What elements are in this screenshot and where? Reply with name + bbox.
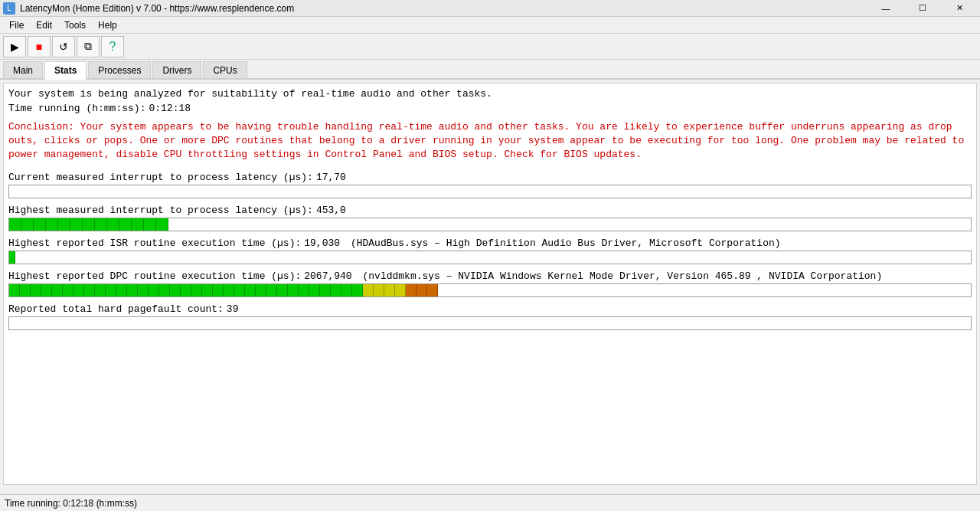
close-button[interactable]: ✕	[942, 0, 977, 17]
metric-label-row: Highest reported ISR routine execution t…	[8, 237, 972, 249]
metric-label-row: Reported total hard pagefault count: 39	[8, 303, 972, 315]
play-button[interactable]: ▶	[3, 36, 26, 57]
metric-value: 39	[227, 303, 239, 315]
metric-label: Highest reported DPC routine execution t…	[8, 270, 301, 282]
metric-label-row: Current measured interrupt to process la…	[8, 172, 972, 183]
window-title: LatencyMon (Home Edition) v 7.00 - https…	[20, 3, 294, 14]
window-button[interactable]: ⧉	[77, 36, 100, 57]
progress-bar-current	[8, 185, 972, 198]
metric-label: Highest reported ISR routine execution t…	[8, 237, 301, 249]
menu-file[interactable]: File	[3, 18, 30, 32]
progress-fill	[9, 185, 971, 198]
help-button[interactable]: ?	[101, 36, 124, 57]
toolbar: ▶ ■ ↺ ⧉ ?	[0, 34, 980, 60]
metric-value: 17,70	[316, 172, 346, 183]
metric-dpc-time: Highest reported DPC routine execution t…	[8, 270, 972, 297]
maximize-button[interactable]: ☐	[905, 0, 940, 17]
metric-value: 2067,940	[304, 270, 351, 282]
time-line: Time running (h:mm:ss): 0:12:18	[8, 103, 972, 114]
menu-bar: File Edit Tools Help	[0, 17, 980, 34]
metric-label: Current measured interrupt to process la…	[8, 172, 313, 183]
tab-processes[interactable]: Processes	[88, 61, 151, 78]
tab-drivers[interactable]: Drivers	[152, 61, 201, 78]
progress-bar-pagefault	[8, 316, 972, 330]
menu-tools[interactable]: Tools	[58, 18, 92, 32]
time-value: 0:12:18	[149, 103, 191, 114]
metric-label: Highest measured interrupt to process la…	[8, 205, 313, 216]
title-bar: L LatencyMon (Home Edition) v 7.00 - htt…	[0, 0, 980, 17]
tab-cpus[interactable]: CPUs	[203, 61, 247, 78]
stop-button[interactable]: ■	[28, 36, 51, 57]
progress-bar-isr	[8, 251, 972, 264]
window-controls: — ☐ ✕	[868, 0, 977, 17]
metric-isr-time: Highest reported ISR routine execution t…	[8, 237, 972, 264]
metric-current-latency: Current measured interrupt to process la…	[8, 172, 972, 198]
progress-bar-dpc	[8, 283, 972, 297]
time-label: Time running (h:mm:ss):	[8, 103, 145, 114]
main-content: Your system is being analyzed for suitab…	[3, 83, 977, 485]
metric-value: 453,0	[316, 205, 346, 216]
refresh-button[interactable]: ↺	[52, 36, 75, 57]
progress-fill	[9, 218, 971, 231]
status-line: Your system is being analyzed for suitab…	[8, 88, 972, 100]
metric-label-row: Highest measured interrupt to process la…	[8, 205, 972, 216]
status-bar: Time running: 0:12:18 (h:mm:ss)	[0, 494, 980, 511]
metric-label: Reported total hard pagefault count:	[8, 303, 224, 315]
menu-help[interactable]: Help	[92, 18, 123, 32]
tab-bar: Main Stats Processes Drivers CPUs	[0, 60, 980, 80]
metric-driver: (HDAudBus.sys – High Definition Audio Bu…	[345, 237, 781, 249]
metric-value: 19,030	[304, 237, 340, 249]
menu-edit[interactable]: Edit	[30, 18, 58, 32]
minimize-button[interactable]: —	[868, 0, 903, 17]
progress-bar-highest	[8, 218, 972, 231]
metric-highest-latency: Highest measured interrupt to process la…	[8, 205, 972, 231]
app-icon: L	[3, 2, 15, 15]
metric-label-row: Highest reported DPC routine execution t…	[8, 270, 972, 282]
metric-driver: (nvlddmkm.sys – NVIDIA Windows Kernel Mo…	[357, 270, 883, 282]
tab-stats[interactable]: Stats	[44, 61, 87, 80]
status-text: Time running: 0:12:18 (h:mm:ss)	[5, 498, 137, 509]
conclusion-text: Conclusion: Your system appears to be ha…	[8, 120, 972, 162]
progress-fill	[9, 251, 971, 264]
tab-main[interactable]: Main	[3, 61, 43, 78]
metric-pagefault: Reported total hard pagefault count: 39	[8, 303, 972, 330]
progress-fill	[9, 284, 971, 296]
